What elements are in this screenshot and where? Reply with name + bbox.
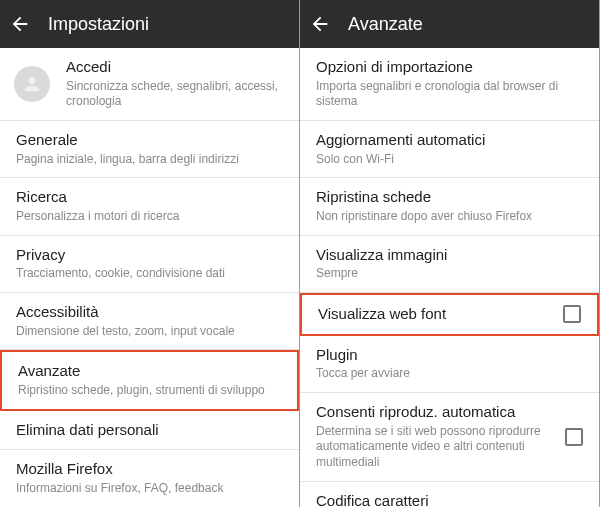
row-title: Visualizza immagini xyxy=(316,246,583,265)
row-import-options[interactable]: Opzioni di importazione Importa segnalib… xyxy=(300,48,599,121)
row-title: Ripristina schede xyxy=(316,188,583,207)
row-title: Privacy xyxy=(16,246,283,265)
row-show-images[interactable]: Visualizza immagini Sempre xyxy=(300,236,599,293)
row-title: Accessibilità xyxy=(16,303,283,322)
row-sub: Sempre xyxy=(316,266,583,282)
settings-title: Impostazioni xyxy=(48,14,149,35)
advanced-header: Avanzate xyxy=(300,0,599,48)
row-privacy[interactable]: Privacy Tracciamento, cookie, condivisio… xyxy=(0,236,299,293)
row-title: Visualizza web font xyxy=(318,305,553,324)
advanced-list: Opzioni di importazione Importa segnalib… xyxy=(300,48,599,507)
row-sub: Tracciamento, cookie, condivisione dati xyxy=(16,266,283,282)
row-title: Accedi xyxy=(66,58,283,77)
row-sub: Determina se i siti web possono riprodur… xyxy=(316,424,555,471)
row-accessibilita[interactable]: Accessibilità Dimensione del testo, zoom… xyxy=(0,293,299,350)
settings-list: Accedi Sincronizza schede, segnalibri, a… xyxy=(0,48,299,507)
advanced-title: Avanzate xyxy=(348,14,423,35)
row-plugin[interactable]: Plugin Tocca per avviare xyxy=(300,336,599,393)
row-title: Generale xyxy=(16,131,283,150)
back-icon[interactable] xyxy=(308,12,332,36)
autoplay-checkbox[interactable] xyxy=(565,428,583,446)
row-title: Elimina dati personali xyxy=(16,421,283,440)
row-auto-update[interactable]: Aggiornamenti automatici Solo con Wi-Fi xyxy=(300,121,599,178)
row-elimina-dati[interactable]: Elimina dati personali xyxy=(0,411,299,451)
row-title: Codifica caratteri xyxy=(316,492,583,507)
row-sub: Importa segnalibri e cronologia dal brow… xyxy=(316,79,583,110)
row-sub: Non ripristinare dopo aver chiuso Firefo… xyxy=(316,209,583,225)
row-char-encoding[interactable]: Codifica caratteri Non visualizzare menu xyxy=(300,482,599,507)
row-web-font[interactable]: Visualizza web font xyxy=(300,293,599,336)
row-sub: Sincronizza schede, segnalibri, accessi,… xyxy=(66,79,283,110)
row-title: Plugin xyxy=(316,346,583,365)
row-sub: Pagina iniziale, lingua, barra degli ind… xyxy=(16,152,283,168)
settings-header: Impostazioni xyxy=(0,0,299,48)
row-sub: Personalizza i motori di ricerca xyxy=(16,209,283,225)
row-autoplay[interactable]: Consenti riproduz. automatica Determina … xyxy=(300,393,599,482)
row-title: Mozilla Firefox xyxy=(16,460,283,479)
row-generale[interactable]: Generale Pagina iniziale, lingua, barra … xyxy=(0,121,299,178)
row-title: Consenti riproduz. automatica xyxy=(316,403,555,422)
row-sub: Informazioni su Firefox, FAQ, feedback xyxy=(16,481,283,497)
row-sub: Dimensione del testo, zoom, input vocale xyxy=(16,324,283,340)
row-title: Opzioni di importazione xyxy=(316,58,583,77)
row-title: Aggiornamenti automatici xyxy=(316,131,583,150)
person-icon xyxy=(14,66,50,102)
row-title: Ricerca xyxy=(16,188,283,207)
settings-pane: Impostazioni Accedi Sincronizza schede, … xyxy=(0,0,300,507)
row-sub: Ripristino schede, plugin, strumenti di … xyxy=(18,383,281,399)
row-sub: Tocca per avviare xyxy=(316,366,583,382)
row-sub: Solo con Wi-Fi xyxy=(316,152,583,168)
web-font-checkbox[interactable] xyxy=(563,305,581,323)
row-title: Avanzate xyxy=(18,362,281,381)
row-mozilla-firefox[interactable]: Mozilla Firefox Informazioni su Firefox,… xyxy=(0,450,299,506)
row-avanzate[interactable]: Avanzate Ripristino schede, plugin, stru… xyxy=(0,350,299,410)
row-ricerca[interactable]: Ricerca Personalizza i motori di ricerca xyxy=(0,178,299,235)
row-restore-tabs[interactable]: Ripristina schede Non ripristinare dopo … xyxy=(300,178,599,235)
row-accedi[interactable]: Accedi Sincronizza schede, segnalibri, a… xyxy=(0,48,299,121)
back-icon[interactable] xyxy=(8,12,32,36)
advanced-pane: Avanzate Opzioni di importazione Importa… xyxy=(300,0,600,507)
